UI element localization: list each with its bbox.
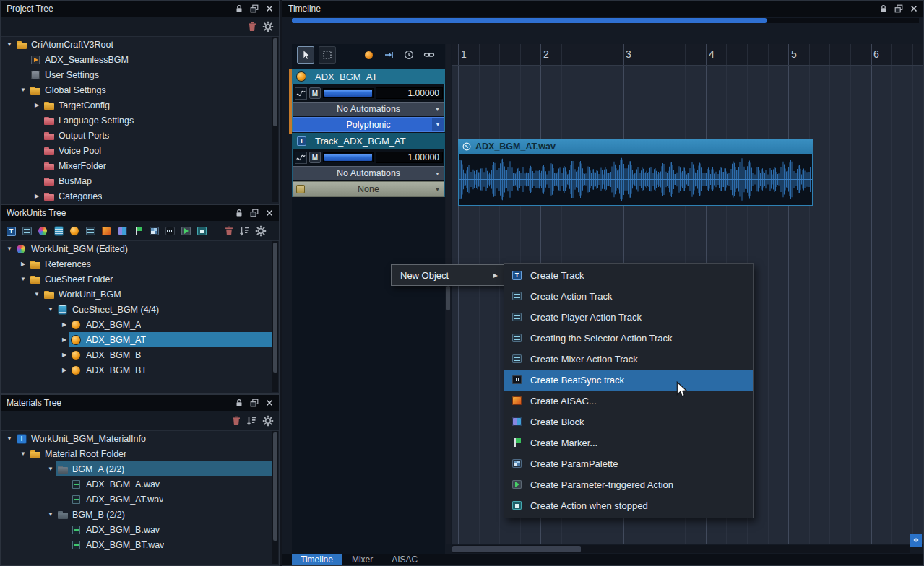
sort-icon[interactable]	[238, 225, 251, 238]
tree-item[interactable]: ▶ Categories	[1, 188, 272, 202]
create-action-stopped-icon[interactable]	[197, 226, 208, 236]
tree-item[interactable]: ▶ ADX_BGM_B	[1, 347, 272, 362]
automation-curve-button[interactable]	[295, 87, 307, 100]
settings-gear-icon[interactable]	[254, 225, 267, 238]
pin-panel-icon[interactable]	[234, 4, 244, 14]
expander-icon[interactable]: ▶	[18, 261, 28, 267]
menu-item[interactable]: Create Track	[504, 265, 753, 286]
expander-icon[interactable]: ▶	[59, 352, 69, 358]
create-beatsync-icon[interactable]	[165, 226, 176, 236]
automation-dropdown[interactable]: No Automations ▼	[293, 102, 444, 116]
timeline-bottom-tab[interactable]: Timeline	[292, 554, 342, 565]
menu-item[interactable]: Create Action when stopped	[504, 495, 753, 516]
close-icon[interactable]	[264, 208, 275, 218]
expander-icon[interactable]: ▶	[32, 102, 42, 108]
tree-item[interactable]: ADX_BGM_BT.wav	[1, 537, 272, 552]
volume-slider[interactable]	[323, 88, 374, 98]
float-window-icon[interactable]	[249, 4, 259, 14]
sort-icon[interactable]	[246, 414, 259, 427]
playback-mode-dropdown[interactable]: Polyphonic ▼	[293, 117, 444, 132]
tree-item[interactable]: MixerFolder	[1, 158, 272, 173]
tree-item[interactable]: User Settings	[1, 67, 272, 82]
close-icon[interactable]	[264, 4, 275, 14]
menu-item[interactable]: Create Parameter-triggered Action	[504, 474, 753, 495]
pin-panel-icon[interactable]	[234, 398, 244, 408]
project-tree-scrollbar[interactable]	[272, 37, 278, 202]
create-workunit-icon[interactable]	[38, 226, 49, 236]
workunits-tree-scrollbar[interactable]	[272, 241, 278, 392]
materials-tree-scrollbar[interactable]	[272, 431, 278, 564]
settings-gear-icon[interactable]	[262, 414, 275, 427]
create-block-icon[interactable]	[117, 226, 129, 236]
tree-item[interactable]: ▼ WorkUnit_BGM	[1, 287, 272, 302]
tree-item[interactable]: ADX_BGM_B.wav	[1, 522, 272, 537]
expander-icon[interactable]: ▼	[18, 450, 28, 457]
record-toggle-button[interactable]	[360, 47, 376, 63]
select-tool-button[interactable]	[297, 46, 314, 64]
context-menu-new-object[interactable]: New Object ▶	[391, 264, 504, 286]
tree-item[interactable]: ▶ TargetConfig	[1, 97, 272, 113]
tree-item[interactable]: ▼ Global Settings	[1, 82, 272, 97]
menu-item[interactable]: Create Marker...	[504, 432, 753, 453]
create-action-track-icon[interactable]	[22, 226, 33, 236]
delete-icon[interactable]	[223, 225, 236, 238]
expander-icon[interactable]: ▼	[4, 435, 14, 442]
tree-item[interactable]: ADX_BGM_AT.wav	[1, 492, 272, 507]
float-window-icon[interactable]	[894, 4, 904, 14]
expander-icon[interactable]: ▼	[46, 511, 56, 518]
time-display-button[interactable]	[401, 47, 417, 63]
expander-icon[interactable]: ▼	[46, 466, 56, 472]
menu-item[interactable]: Create ParamPalette	[504, 453, 753, 474]
tree-item[interactable]: ▼ CueSheet_BGM (4/4)	[1, 302, 272, 317]
menu-item[interactable]: Create AISAC...	[504, 391, 753, 412]
menu-item[interactable]: Creating the Selector Action Track	[504, 328, 753, 349]
create-cuesheet-icon[interactable]	[53, 226, 65, 236]
tree-item[interactable]: ▼ Material Root Folder	[1, 446, 272, 461]
selector-dropdown[interactable]: None ▼	[293, 181, 444, 197]
expander-icon[interactable]: ▼	[46, 306, 56, 313]
tree-item[interactable]: ▼ CriAtomCraftV3Root	[1, 37, 272, 52]
expander-icon[interactable]: ▼	[4, 41, 14, 48]
expander-icon[interactable]: ▶	[59, 321, 69, 328]
volume-slider[interactable]	[323, 152, 374, 162]
tree-item[interactable]: ADX_SeamlessBGM	[1, 52, 272, 67]
tree-item[interactable]: ▶ ADX_BGM_AT	[1, 332, 272, 347]
expander-icon[interactable]: ▼	[32, 291, 42, 297]
expander-icon[interactable]: ▶	[32, 193, 42, 199]
create-param-action-icon[interactable]	[181, 226, 192, 236]
volume-value[interactable]: 1.00000	[376, 87, 443, 99]
menu-item[interactable]: Create Mixer Action Track	[504, 349, 753, 370]
tree-item[interactable]: ▼ BGM_B (2/2)	[1, 507, 272, 522]
timeline-bottom-scrollbar[interactable]	[452, 545, 910, 553]
tree-item[interactable]: Output Ports	[1, 128, 272, 143]
expander-icon[interactable]: ▶	[59, 336, 69, 343]
delete-icon[interactable]	[230, 414, 243, 427]
tree-item[interactable]: ▼ CueSheet Folder	[1, 271, 272, 287]
timeline-vertical-scrollbar[interactable]	[446, 44, 451, 544]
tree-item[interactable]: Voice Pool	[1, 143, 272, 158]
create-cue-icon[interactable]	[69, 226, 81, 236]
pin-panel-icon[interactable]	[234, 208, 244, 218]
timeline-corner-button[interactable]	[910, 534, 922, 547]
menu-item[interactable]: Create BeatSync track	[504, 370, 753, 391]
track-header[interactable]: Track_ADX_BGM_AT	[292, 133, 445, 149]
range-select-tool-button[interactable]	[319, 46, 336, 64]
tree-item[interactable]: BusMap	[1, 173, 272, 188]
tree-item[interactable]: ▶ ADX_BGM_BT	[1, 362, 272, 378]
menu-item[interactable]: Create Block	[504, 412, 753, 432]
mute-button[interactable]: M	[309, 152, 321, 163]
timeline-bottom-tab[interactable]: Mixer	[343, 554, 381, 565]
step-forward-button[interactable]	[381, 47, 397, 63]
create-track-icon[interactable]	[6, 226, 17, 236]
mute-button[interactable]: M	[309, 87, 321, 99]
tree-item[interactable]: Language Settings	[1, 113, 272, 128]
volume-value[interactable]: 1.00000	[376, 152, 443, 163]
create-selector-icon[interactable]	[85, 226, 97, 236]
menu-item[interactable]: Create Action Track	[504, 286, 753, 307]
tree-item[interactable]: ▼ WorkUnit_BGM (Edited)	[1, 241, 272, 256]
settings-gear-icon[interactable]	[262, 20, 275, 33]
create-parampalette-icon[interactable]	[149, 226, 160, 236]
float-window-icon[interactable]	[249, 398, 259, 408]
timeline-top-scrollbar[interactable]	[292, 18, 919, 23]
close-icon[interactable]	[909, 4, 919, 14]
